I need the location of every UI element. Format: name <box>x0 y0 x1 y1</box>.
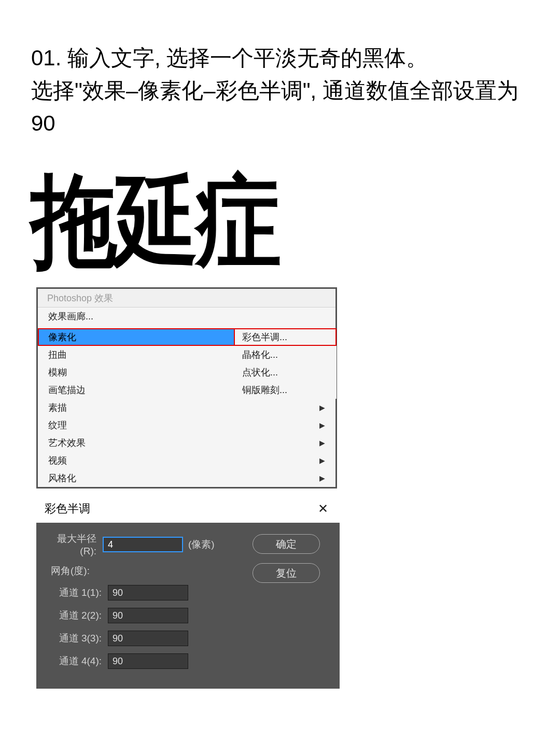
menu-header: Photoshop 效果 <box>38 289 335 308</box>
submenu-item-crystallize[interactable]: 晶格化... <box>234 346 337 364</box>
color-halftone-dialog: 彩色半调 ✕ 最大半径(R): (像素) 网角(度): 通道 1(1): 通道 … <box>36 495 340 689</box>
submenu-item-pointillize[interactable]: 点状化... <box>234 364 337 381</box>
submenu-item-mezzotint[interactable]: 铜版雕刻... <box>234 381 337 399</box>
instruction-line-2: 选择"效果–像素化–彩色半调", 通道数值全部设置为90 <box>31 74 529 139</box>
channel2-label: 通道 2(2): <box>46 609 108 622</box>
chevron-right-icon: ▶ <box>319 421 325 429</box>
sample-text: 拖延症 <box>0 160 476 287</box>
chevron-right-icon: ▶ <box>319 474 325 482</box>
menu-item-texture[interactable]: 纹理 ▶ <box>38 416 335 434</box>
channel1-label: 通道 1(1): <box>46 586 108 599</box>
effects-menu-panel: Photoshop 效果 效果画廊... 像素化 ▶ 扭曲 ▶ 模糊 ▶ 画笔描… <box>36 287 337 488</box>
menu-item-stylize[interactable]: 风格化 ▶ <box>38 469 335 487</box>
angle-label: 网角(度): <box>51 564 253 578</box>
close-icon[interactable]: ✕ <box>315 501 331 516</box>
menu-label: 风格化 <box>48 472 76 484</box>
menu-item-video[interactable]: 视频 ▶ <box>38 452 335 469</box>
pixelate-submenu: 彩色半调... 晶格化... 点状化... 铜版雕刻... <box>234 328 337 399</box>
reset-button[interactable]: 复位 <box>253 563 320 583</box>
dialog-titlebar: 彩色半调 ✕ <box>36 495 340 523</box>
menu-label: 画笔描边 <box>48 384 86 396</box>
submenu-label: 点状化... <box>242 366 278 379</box>
channel4-label: 通道 4(4): <box>46 654 108 668</box>
chevron-right-icon: ▶ <box>319 439 325 447</box>
submenu-label: 彩色半调... <box>242 331 287 343</box>
submenu-label: 铜版雕刻... <box>242 384 287 396</box>
menu-item-sketch[interactable]: 素描 ▶ <box>38 399 335 416</box>
menu-label: 纹理 <box>48 419 67 431</box>
dialog-title: 彩色半调 <box>45 501 90 516</box>
menu-label: 像素化 <box>48 331 76 343</box>
channel1-input[interactable] <box>108 585 188 601</box>
channel2-input[interactable] <box>108 608 188 623</box>
channel3-label: 通道 3(3): <box>46 632 108 645</box>
max-radius-label: 最大半径(R): <box>46 532 103 557</box>
ok-button[interactable]: 确定 <box>253 534 320 554</box>
chevron-right-icon: ▶ <box>319 456 325 465</box>
max-radius-input[interactable] <box>103 537 183 552</box>
submenu-item-color-halftone[interactable]: 彩色半调... <box>234 328 337 346</box>
menu-label: 艺术效果 <box>48 437 86 449</box>
channel4-input[interactable] <box>108 653 188 669</box>
instructions-text: 01. 输入文字, 选择一个平淡无奇的黑体。 选择"效果–像素化–彩色半调", … <box>0 0 560 160</box>
channel3-input[interactable] <box>108 631 188 646</box>
menu-label: 模糊 <box>48 366 67 379</box>
unit-label: (像素) <box>188 538 215 551</box>
menu-item-artistic[interactable]: 艺术效果 ▶ <box>38 434 335 452</box>
menu-label: 扭曲 <box>48 348 67 361</box>
submenu-label: 晶格化... <box>242 348 278 361</box>
menu-item-gallery[interactable]: 效果画廊... <box>38 308 335 325</box>
menu-label: 视频 <box>48 454 67 467</box>
menu-label: 素描 <box>48 401 67 414</box>
menu-label: 效果画廊... <box>48 310 93 323</box>
instruction-line-1: 01. 输入文字, 选择一个平淡无奇的黑体。 <box>31 41 529 74</box>
chevron-right-icon: ▶ <box>319 403 325 412</box>
